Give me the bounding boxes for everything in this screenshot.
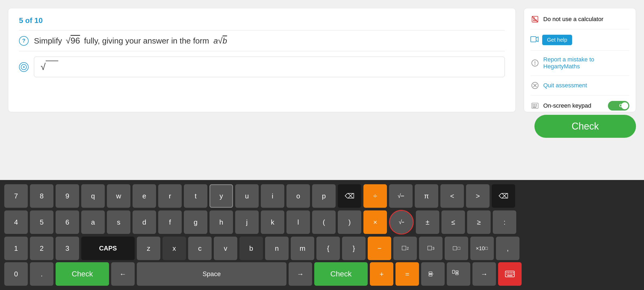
question-text: Simplify √96 fully, giving your answer i… [34,36,227,46]
svg-rect-21 [533,105,534,106]
key-7[interactable]: 7 [4,184,28,208]
quit-item[interactable]: Quit assessment [530,81,629,90]
key-2[interactable]: 2 [30,237,53,260]
key-fraction[interactable] [421,262,445,286]
key-0[interactable]: 0 [4,262,28,286]
key-o[interactable]: o [286,184,310,208]
key-times10[interactable]: ×10☐ [470,237,494,260]
keyboard-row-4: 0 . Check ← Space → Check + = → [4,262,640,286]
key-p[interactable]: p [312,184,336,208]
keypad-toggle[interactable]: ON [608,101,629,111]
key-a[interactable]: a [81,210,105,234]
quit-link[interactable]: Quit assessment [543,82,587,89]
key-s[interactable]: s [107,210,130,234]
key-j[interactable]: j [235,210,259,234]
svg-rect-19 [534,104,535,105]
key-close-brace[interactable]: } [342,237,366,260]
key-check-right[interactable]: Check [314,262,368,286]
key-f[interactable]: f [158,210,182,234]
key-plus-minus[interactable]: ± [416,210,439,234]
key-4[interactable]: 4 [4,210,28,234]
key-divide[interactable]: ÷ [363,184,387,208]
no-calculator-label: Do not use a calculator [543,16,603,23]
answer-arrow-icon [19,62,29,72]
svg-rect-24 [533,107,536,108]
key-caps[interactable]: CAPS [81,237,135,260]
key-plus[interactable]: + [370,262,393,286]
key-colon[interactable]: : [493,210,516,234]
key-squared[interactable]: ☐2 [393,237,417,260]
key-5[interactable]: 5 [30,210,53,234]
key-b[interactable]: b [239,237,263,260]
key-power[interactable]: ☐☐ [445,237,468,260]
key-r[interactable]: r [158,184,182,208]
question-divider [19,30,505,30]
key-sqrt-2[interactable]: √ [389,210,414,234]
keyboard-row-3: 1 2 3 CAPS z x c v b n m { } − ☐2 ☐3 ☐☐ … [4,237,640,260]
key-greater-equal[interactable]: ≥ [467,210,491,234]
svg-rect-40 [510,274,511,275]
key-w[interactable]: w [107,184,130,208]
key-d[interactable]: d [133,210,156,234]
key-comma[interactable]: , [496,237,519,260]
key-m[interactable]: m [291,237,314,260]
keypad-label: On-screen keypad [543,102,591,109]
key-n[interactable]: n [265,237,289,260]
answer-input-display[interactable]: √ [34,57,505,77]
key-backspace-1[interactable]: ⌫ [338,184,361,208]
svg-rect-10 [531,37,536,42]
check-main-button[interactable]: Check [534,115,636,138]
key-greater-than[interactable]: > [466,184,490,208]
key-8[interactable]: 8 [30,184,53,208]
key-q[interactable]: q [81,184,105,208]
key-open-brace[interactable]: { [316,237,340,260]
key-multiply[interactable]: × [363,210,387,234]
question-number: 5 of 10 [19,16,505,25]
key-c[interactable]: c [188,237,212,260]
key-6[interactable]: 6 [56,210,79,234]
key-arrow-right-mid[interactable]: → [289,262,312,286]
key-l[interactable]: l [286,210,310,234]
key-keyboard[interactable] [498,262,522,286]
key-arrow-right[interactable]: → [472,262,496,286]
key-cubed[interactable]: ☐3 [419,237,443,260]
key-sqrt-1[interactable]: √ [389,184,413,208]
key-e[interactable]: e [133,184,156,208]
help-icon[interactable]: ? [19,36,29,46]
key-1[interactable]: 1 [4,237,28,260]
key-equals[interactable]: = [395,262,419,286]
key-z[interactable]: z [137,237,160,260]
svg-rect-29 [456,271,458,272]
sidebar-divider-4 [530,95,629,96]
key-i[interactable]: i [261,184,284,208]
key-less-than[interactable]: < [440,184,464,208]
keypad-item: On-screen keypad [530,101,591,110]
get-help-button[interactable]: Get help [542,35,572,45]
key-mixed-fraction[interactable] [447,262,470,286]
key-x[interactable]: x [162,237,186,260]
key-minus[interactable]: − [368,237,391,260]
key-space[interactable]: Space [137,262,286,286]
key-y[interactable]: y [210,184,233,208]
key-close-paren[interactable]: ) [338,210,361,234]
svg-rect-36 [511,272,512,273]
key-9[interactable]: 9 [56,184,79,208]
key-open-paren[interactable]: ( [312,210,336,234]
key-t[interactable]: t [184,184,207,208]
key-check-left[interactable]: Check [56,262,109,286]
key-pi[interactable]: π [415,184,438,208]
report-link[interactable]: Report a mistake to HegartyMaths [543,56,629,70]
key-v[interactable]: v [214,237,237,260]
report-item[interactable]: Report a mistake to HegartyMaths [530,56,629,70]
key-dot[interactable]: . [30,262,53,286]
key-u[interactable]: u [235,184,259,208]
svg-rect-20 [536,104,537,105]
key-k[interactable]: k [261,210,284,234]
key-h[interactable]: h [210,210,233,234]
get-help-row: Get help [530,35,629,45]
key-arrow-left[interactable]: ← [111,262,135,286]
key-less-equal[interactable]: ≤ [441,210,465,234]
key-g[interactable]: g [184,210,207,234]
key-3[interactable]: 3 [56,237,79,260]
key-backspace-2[interactable]: ⌫ [492,184,515,208]
